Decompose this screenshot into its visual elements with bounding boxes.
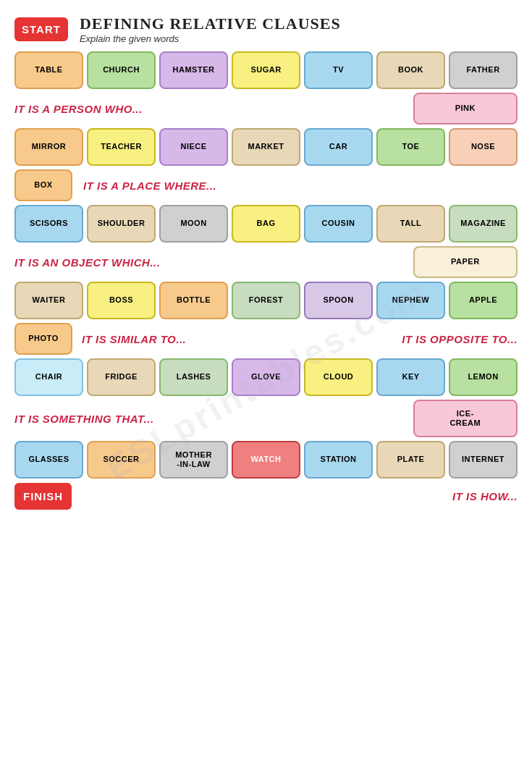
cell-table[interactable]: TABLE — [14, 51, 83, 89]
hint-something: IT IS SOMETHING THAT... — [14, 413, 410, 425]
finish-row: FINISH IT IS HOW... — [14, 483, 518, 510]
hint-row-person: IT IS A PERSON WHO... PINK — [14, 93, 518, 125]
board-row-5: SCISORS SHOULDER MOON BAG COUSIN TALL MA… — [14, 205, 518, 243]
cell-key[interactable]: KEY — [376, 358, 445, 396]
cell-cloud[interactable]: CLOUD — [304, 358, 373, 396]
cell-market[interactable]: MARKET — [232, 128, 300, 166]
page-subtitle: Explain the given words — [80, 33, 341, 44]
board-row-3: MIRROR TEACHER NIECE MARKET CAR TOE NOSE — [14, 128, 518, 166]
cell-fridge[interactable]: FRIDGE — [87, 358, 156, 396]
cell-waiter[interactable]: WAITER — [14, 282, 83, 319]
cell-tv[interactable]: TV — [304, 51, 373, 89]
cell-paper[interactable]: PAPER — [413, 246, 518, 278]
cell-photo[interactable]: PHOTO — [14, 323, 72, 355]
cell-soccer[interactable]: SOCCER — [87, 441, 156, 479]
cell-scisors[interactable]: SCISORS — [14, 205, 83, 243]
cell-cousin[interactable]: COUSIN — [304, 205, 373, 243]
cell-car[interactable]: CAR — [304, 128, 373, 166]
cell-father[interactable]: FATHER — [449, 51, 518, 89]
cell-box[interactable]: BOX — [14, 169, 72, 201]
hint-place: IT IS A PLACE WHERE... — [76, 180, 518, 192]
hint-object: IT IS AN OBJECT WHICH... — [14, 256, 410, 269]
cell-plate[interactable]: PLATE — [376, 441, 445, 479]
cell-teacher[interactable]: TEACHER — [87, 128, 156, 166]
cell-toe[interactable]: TOE — [376, 128, 445, 166]
hint-how: IT IS HOW... — [225, 490, 518, 502]
cell-station[interactable]: STATION — [304, 441, 373, 479]
board-row-11: GLASSES SOCCER MOTHER -IN-LAW WATCH STAT… — [14, 441, 518, 479]
cell-icecream[interactable]: ICE-CREAM — [413, 400, 518, 437]
cell-sugar[interactable]: SUGAR — [232, 51, 300, 89]
cell-apple[interactable]: APPLE — [449, 282, 518, 319]
cell-niece[interactable]: NIECE — [159, 128, 228, 166]
start-button[interactable]: START — [14, 17, 68, 41]
cell-motherinlaw[interactable]: MOTHER -IN-LAW — [159, 441, 228, 479]
cell-church[interactable]: CHURCH — [87, 51, 156, 89]
cell-forest[interactable]: FOREST — [232, 282, 300, 319]
board-row-9: CHAIR FRIDGE LASHES GLOVE CLOUD KEY LEMO… — [14, 358, 518, 396]
board-row-1: TABLE CHURCH HAMSTER SUGAR TV BOOK FATHE… — [14, 51, 518, 89]
cell-book[interactable]: BOOK — [376, 51, 445, 89]
cell-glasses[interactable]: GLASSES — [14, 441, 83, 479]
hint-opposite: IT IS OPPOSITE TO... — [302, 333, 518, 345]
cell-nose[interactable]: NOSE — [449, 128, 518, 166]
hint-person: IT IS A PERSON WHO... — [14, 103, 410, 115]
cell-internet[interactable]: INTERNET — [449, 441, 518, 479]
cell-bottle[interactable]: BOTTLE — [159, 282, 228, 319]
cell-boss[interactable]: BOSS — [87, 282, 156, 319]
cell-mirror[interactable]: MIRROR — [14, 128, 83, 166]
cell-glove[interactable]: GLOVE — [232, 358, 300, 396]
hint-row-something: IT IS SOMETHING THAT... ICE-CREAM — [14, 400, 518, 437]
hint-row-object: IT IS AN OBJECT WHICH... PAPER — [14, 246, 518, 278]
cell-tall[interactable]: TALL — [376, 205, 445, 243]
cell-bag[interactable]: BAG — [232, 205, 300, 243]
finish-button[interactable]: FINISH — [14, 483, 72, 510]
cell-chair[interactable]: CHAIR — [14, 358, 83, 396]
hint-row-similar: PHOTO IT IS SIMILAR TO... IT IS OPPOSITE… — [14, 323, 518, 355]
cell-moon[interactable]: MOON — [159, 205, 228, 243]
page-title: DEFINING RELATIVE CLAUSES — [80, 14, 341, 33]
cell-nephew[interactable]: NEPHEW — [376, 282, 445, 319]
hint-similar: IT IS SIMILAR TO... — [76, 333, 298, 345]
hint-row-place: BOX IT IS A PLACE WHERE... — [14, 169, 518, 201]
cell-shoulder[interactable]: SHOULDER — [87, 205, 156, 243]
cell-spoon[interactable]: SPOON — [304, 282, 373, 319]
cell-magazine[interactable]: MAGAZINE — [449, 205, 518, 243]
cell-pink[interactable]: PINK — [413, 93, 518, 125]
cell-watch[interactable]: WATCH — [232, 441, 300, 479]
cell-hamster[interactable]: HAMSTER — [159, 51, 228, 89]
cell-lashes[interactable]: LASHES — [159, 358, 228, 396]
cell-lemon[interactable]: LEMON — [449, 358, 518, 396]
board-row-7: WAITER BOSS BOTTLE FOREST SPOON NEPHEW A… — [14, 282, 518, 319]
